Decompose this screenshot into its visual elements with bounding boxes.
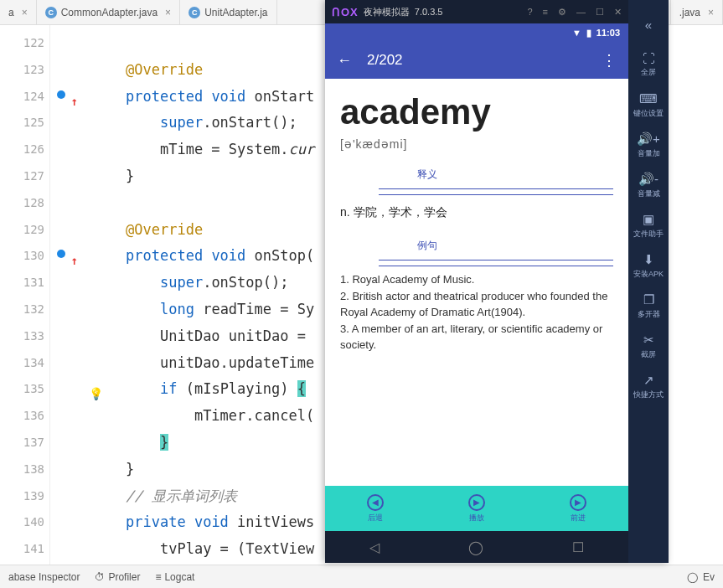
- section-header-examples: 例句: [417, 237, 437, 255]
- gutter: 122 123 124↑ 125 126 127 128 129 130↑ 13…: [0, 25, 50, 565]
- line-number: 131: [0, 270, 44, 297]
- line-number: 129: [0, 217, 44, 244]
- definition-text: n. 学院，学术，学会: [340, 200, 613, 225]
- word-title: academy: [340, 92, 613, 132]
- nox-logo-icon: ՈOX: [332, 6, 359, 18]
- tab-fragment-left[interactable]: a ×: [0, 0, 37, 24]
- android-content[interactable]: academy [ə'kædəmi] 释义 n. 学院，学术，学会 例句 1. …: [325, 79, 628, 486]
- line-number: 128: [0, 190, 44, 217]
- logcat-icon: ≡: [155, 571, 161, 583]
- emulator-version: 7.0.3.5: [415, 7, 443, 17]
- bottom-toolbar: abase Inspector ⏱Profiler ≡Logcat ◯Ev: [0, 565, 723, 588]
- line-number: 136: [0, 403, 44, 430]
- line-number: 124↑: [0, 84, 44, 111]
- example-item: 3. A member of an art, literary, or scie…: [340, 321, 613, 353]
- tab-label: CommonAdapter.java: [61, 7, 158, 18]
- section-header-definition: 释义: [417, 166, 437, 183]
- prev-icon: ◀: [367, 494, 384, 511]
- fullscreen-icon: ⛶: [643, 51, 655, 65]
- profiler-icon: ⏱: [95, 571, 105, 583]
- play-button[interactable]: ▶播放: [426, 486, 528, 531]
- side-multi-button[interactable]: ❐多开器: [628, 286, 669, 325]
- line-number: 134: [0, 350, 44, 377]
- side-voldown-button[interactable]: 🔊-音量减: [628, 166, 669, 204]
- volume-up-icon: 🔊+: [637, 132, 660, 147]
- volume-down-icon: 🔊-: [638, 172, 658, 187]
- line-number: 127: [0, 163, 44, 190]
- line-number: 137: [0, 430, 44, 456]
- emulator-side-toolbar: « ⛶全屏 ⌨键位设置 🔊+音量加 🔊-音量减 ▣文件助手 ⬇安装APK ❐多开…: [628, 0, 669, 563]
- up-arrow-icon: ↑: [71, 89, 78, 116]
- tab-label: .java: [679, 7, 700, 18]
- emulator-titlebar[interactable]: ՈOX 夜神模拟器 7.0.3.5 ? ≡ ⚙ — ☐ ✕: [325, 0, 628, 23]
- play-icon: ▶: [468, 494, 485, 511]
- android-home-icon[interactable]: ◯: [468, 539, 483, 555]
- appbar-title: 2/202: [367, 52, 403, 69]
- lightbulb-icon[interactable]: 💡: [89, 381, 103, 408]
- android-status-bar: ▼ ▮ 11:03: [325, 23, 628, 42]
- multi-icon: ❐: [643, 292, 654, 307]
- prev-button[interactable]: ◀后退: [325, 486, 426, 531]
- wifi-icon: ▼: [572, 28, 581, 38]
- close-icon[interactable]: ✕: [614, 7, 622, 18]
- side-fullscreen-button[interactable]: ⛶全屏: [628, 45, 669, 84]
- line-number: 123: [0, 57, 44, 84]
- keyboard-icon: ⌨: [639, 91, 658, 106]
- side-shortcut-button[interactable]: ↗快捷方式: [628, 367, 669, 405]
- kebab-menu-icon[interactable]: ⋮: [602, 51, 617, 70]
- side-screenshot-button[interactable]: ✂截屏: [628, 327, 669, 365]
- line-number: 133: [0, 323, 44, 350]
- examples: 1. Royal Academy of Music. 2. British ac…: [340, 271, 613, 353]
- settings-icon[interactable]: ⚙: [558, 7, 566, 18]
- status-time: 11:03: [596, 28, 620, 38]
- battery-icon: ▮: [586, 28, 591, 39]
- event-log-icon[interactable]: ◯: [687, 571, 698, 583]
- database-inspector-button[interactable]: abase Inspector: [8, 571, 80, 583]
- override-marker-icon[interactable]: [57, 90, 65, 99]
- tab-commonadapter[interactable]: C CommonAdapter.java ×: [37, 0, 180, 24]
- tab-label: UnitAdapter.ja: [204, 7, 267, 18]
- android-recent-icon[interactable]: ☐: [572, 539, 584, 555]
- event-log-label[interactable]: Ev: [703, 571, 715, 583]
- logcat-button[interactable]: ≡Logcat: [155, 571, 194, 583]
- close-icon[interactable]: ×: [165, 7, 171, 18]
- java-class-icon: C: [45, 7, 57, 18]
- next-button[interactable]: ▶前进: [527, 486, 628, 531]
- emulator-title: 夜神模拟器: [364, 6, 410, 18]
- line-number: 130↑: [0, 243, 44, 270]
- shortcut-icon: ↗: [643, 373, 654, 388]
- close-icon[interactable]: ×: [22, 7, 28, 18]
- android-back-icon[interactable]: ◁: [369, 539, 380, 555]
- side-filehelper-button[interactable]: ▣文件助手: [628, 206, 669, 245]
- minimize-icon[interactable]: —: [576, 7, 586, 18]
- side-apk-button[interactable]: ⬇安装APK: [628, 246, 669, 285]
- menu-icon[interactable]: ≡: [543, 7, 548, 18]
- next-icon: ▶: [570, 494, 586, 511]
- tab-fragment-right[interactable]: .java ×: [670, 0, 723, 24]
- line-number: 140: [0, 509, 44, 536]
- example-item: 2. British actor and theatrical producer…: [340, 288, 613, 321]
- emulator-window: ՈOX 夜神模拟器 7.0.3.5 ? ≡ ⚙ — ☐ ✕ ▼ ▮ 11:03 …: [325, 0, 669, 563]
- back-arrow-icon[interactable]: ←: [337, 52, 352, 70]
- android-bottom-bar: ◀后退 ▶播放 ▶前进: [325, 486, 628, 531]
- download-icon: ⬇: [643, 252, 654, 267]
- help-icon[interactable]: ?: [527, 7, 532, 18]
- line-number: 135💡: [0, 376, 44, 403]
- side-collapse-button[interactable]: «: [628, 5, 669, 44]
- example-item: 1. Royal Academy of Music.: [340, 271, 613, 288]
- line-number: 126: [0, 137, 44, 163]
- java-class-icon: C: [188, 7, 200, 18]
- line-number: 141: [0, 536, 44, 563]
- maximize-icon[interactable]: ☐: [596, 7, 604, 18]
- line-number: 139: [0, 483, 44, 510]
- phonetic: [ə'kædəmi]: [340, 137, 613, 151]
- tab-unitadapter[interactable]: C UnitAdapter.ja: [180, 0, 276, 24]
- line-number: 138: [0, 456, 44, 483]
- folder-icon: ▣: [643, 212, 654, 227]
- side-keymap-button[interactable]: ⌨键位设置: [628, 85, 669, 124]
- android-app-bar: ← 2/202 ⋮: [325, 42, 628, 79]
- up-arrow-icon: ↑: [71, 248, 78, 275]
- profiler-button[interactable]: ⏱Profiler: [95, 571, 140, 583]
- close-icon[interactable]: ×: [708, 7, 714, 18]
- side-volup-button[interactable]: 🔊+音量加: [628, 126, 669, 164]
